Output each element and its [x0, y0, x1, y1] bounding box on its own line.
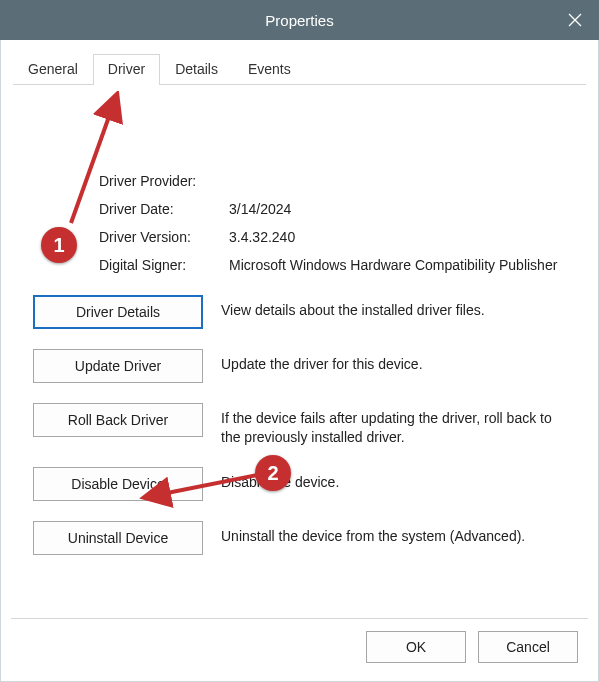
close-icon [568, 13, 582, 27]
update-driver-button[interactable]: Update Driver [33, 349, 203, 383]
value-provider [229, 173, 574, 189]
driver-actions: Driver Details View details about the in… [33, 295, 574, 555]
ok-button[interactable]: OK [366, 631, 466, 663]
label-version: Driver Version: [99, 229, 229, 245]
row-provider: Driver Provider: [99, 173, 574, 189]
uninstall-device-button[interactable]: Uninstall Device [33, 521, 203, 555]
value-signer: Microsoft Windows Hardware Compatibility… [229, 257, 574, 273]
label-signer: Digital Signer: [99, 257, 229, 273]
disable-device-button[interactable]: Disable Device [33, 467, 203, 501]
row-signer: Digital Signer: Microsoft Windows Hardwa… [99, 257, 574, 273]
driver-panel: Driver Provider: Driver Date: 3/14/2024 … [11, 85, 588, 618]
row-version: Driver Version: 3.4.32.240 [99, 229, 574, 245]
close-button[interactable] [551, 0, 599, 40]
annotation-badge-2: 2 [255, 455, 291, 491]
update-driver-desc: Update the driver for this device. [221, 349, 574, 374]
tab-driver[interactable]: Driver [93, 54, 160, 85]
value-version: 3.4.32.240 [229, 229, 574, 245]
roll-back-driver-desc: If the device fails after updating the d… [221, 403, 574, 447]
action-disable-device: Disable Device Disable the device. [33, 467, 574, 501]
tab-strip: General Driver Details Events [13, 54, 586, 85]
row-date: Driver Date: 3/14/2024 [99, 201, 574, 217]
label-provider: Driver Provider: [99, 173, 229, 189]
titlebar: Properties [0, 0, 599, 40]
window-title: Properties [265, 12, 333, 29]
value-date: 3/14/2024 [229, 201, 574, 217]
dialog-footer: OK Cancel [11, 618, 588, 671]
tab-details[interactable]: Details [160, 54, 233, 84]
tab-general[interactable]: General [13, 54, 93, 84]
annotation-badge-1: 1 [41, 227, 77, 263]
uninstall-device-desc: Uninstall the device from the system (Ad… [221, 521, 574, 546]
window-body: General Driver Details Events Driver Pro… [0, 40, 599, 682]
action-driver-details: Driver Details View details about the in… [33, 295, 574, 329]
action-update-driver: Update Driver Update the driver for this… [33, 349, 574, 383]
roll-back-driver-button[interactable]: Roll Back Driver [33, 403, 203, 437]
action-roll-back-driver: Roll Back Driver If the device fails aft… [33, 403, 574, 447]
action-uninstall-device: Uninstall Device Uninstall the device fr… [33, 521, 574, 555]
driver-details-button[interactable]: Driver Details [33, 295, 203, 329]
tab-events[interactable]: Events [233, 54, 306, 84]
cancel-button[interactable]: Cancel [478, 631, 578, 663]
driver-details-desc: View details about the installed driver … [221, 295, 574, 320]
label-date: Driver Date: [99, 201, 229, 217]
driver-info: Driver Provider: Driver Date: 3/14/2024 … [99, 173, 574, 273]
